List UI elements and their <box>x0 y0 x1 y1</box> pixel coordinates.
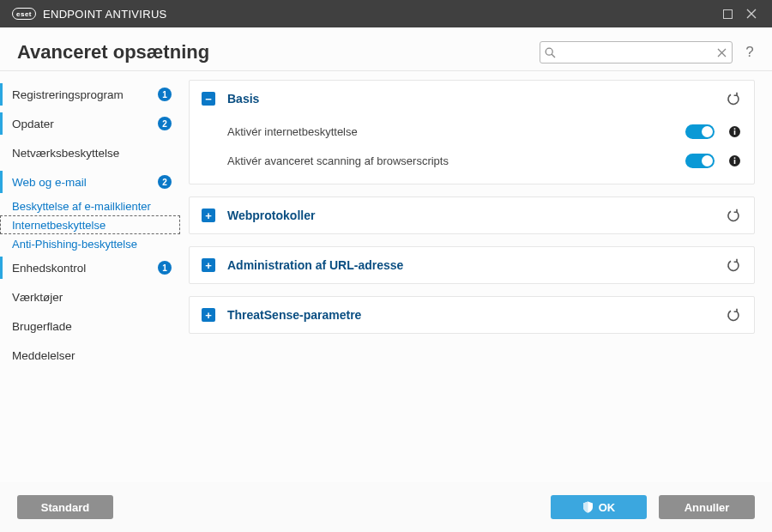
search-input[interactable] <box>559 42 711 63</box>
sidebar-item-label: Registreringsprogram <box>12 88 153 101</box>
svg-point-1 <box>546 48 552 55</box>
sidebar: Registreringsprogram 1 Opdater 2 Netværk… <box>0 71 180 472</box>
section-title: Basis <box>227 92 725 106</box>
sidebar-item-opdater[interactable]: Opdater 2 <box>0 109 180 138</box>
section-header-webprotokoller[interactable]: + Webprotokoller <box>190 197 754 233</box>
info-icon[interactable] <box>727 124 742 139</box>
sidebar-item-netvaerksbeskyttelse[interactable]: Netværksbeskyttelse <box>0 138 180 167</box>
toggle-internetbeskyttelse[interactable] <box>685 124 715 139</box>
sidebar-item-label: Værktøjer <box>12 291 172 304</box>
section-header-url-adresse[interactable]: + Administration af URL-adresse <box>190 247 754 283</box>
toggle-browserscripts[interactable] <box>685 154 715 168</box>
sidebar-item-vaerktoejer[interactable]: Værktøjer <box>0 282 180 311</box>
default-button[interactable]: Standard <box>17 495 113 519</box>
search-icon <box>540 47 559 58</box>
sidebar-item-enhedskontrol[interactable]: Enhedskontrol 1 <box>0 253 180 282</box>
collapse-icon: − <box>202 92 215 106</box>
sidebar-item-label: Internetbeskyttelse <box>12 219 172 232</box>
svg-rect-4 <box>733 128 735 130</box>
sidebar-item-beskyttelse-emailklienter[interactable]: Beskyttelse af e-mailklienter <box>0 196 180 215</box>
reset-icon[interactable] <box>725 306 742 323</box>
ok-button-label: OK <box>599 501 616 514</box>
sidebar-item-label: Netværksbeskyttelse <box>12 147 172 160</box>
expand-icon: + <box>202 308 215 322</box>
titlebar: eset ENDPOINT ANTIVIRUS <box>0 0 772 27</box>
product-name: ENDPOINT ANTIVIRUS <box>43 8 167 21</box>
sidebar-item-badge: 1 <box>158 261 172 275</box>
svg-rect-0 <box>723 9 732 18</box>
sidebar-item-badge: 2 <box>158 117 172 130</box>
window-close-button[interactable] <box>739 0 763 27</box>
page-title: Avanceret opsætning <box>17 41 209 63</box>
sidebar-item-internetbeskyttelse[interactable]: Internetbeskyttelse <box>0 215 180 234</box>
reset-icon[interactable] <box>725 207 742 224</box>
sidebar-item-badge: 2 <box>158 175 172 189</box>
sidebar-item-anti-phishing[interactable]: Anti-Phishing-beskyttelse <box>0 234 180 253</box>
section-header-basis[interactable]: − Basis <box>190 81 754 117</box>
reset-icon[interactable] <box>725 257 742 274</box>
sidebar-item-label: Opdater <box>12 118 153 130</box>
setting-row-browserscripts: Aktivér avanceret scanning af browserscr… <box>227 146 742 175</box>
sidebar-item-badge: 1 <box>158 88 172 101</box>
setting-label: Aktivér avanceret scanning af browserscr… <box>227 154 685 167</box>
section-title: Webprotokoller <box>227 209 725 222</box>
search-field[interactable] <box>540 41 733 63</box>
setting-row-internetbeskyttelse: Aktivér internetbeskyttelse <box>227 117 742 146</box>
shield-icon <box>582 501 594 513</box>
search-clear-icon[interactable] <box>711 48 732 57</box>
svg-rect-3 <box>733 130 735 135</box>
help-button[interactable]: ? <box>739 42 760 63</box>
sidebar-item-label: Meddelelser <box>12 349 172 362</box>
sidebar-item-registreringsprogram[interactable]: Registreringsprogram 1 <box>0 80 180 109</box>
expand-icon: + <box>202 258 215 272</box>
section-basis: − Basis Aktivér internetbeskyttelse Akti… <box>189 80 755 184</box>
ok-button[interactable]: OK <box>551 495 647 519</box>
section-header-threatsense[interactable]: + ThreatSense-parametre <box>190 297 754 333</box>
svg-rect-6 <box>733 160 735 164</box>
window-maximize-button[interactable] <box>715 0 739 27</box>
section-webprotokoller: + Webprotokoller <box>189 196 755 234</box>
setting-label: Aktivér internetbeskyttelse <box>227 125 685 138</box>
section-title: Administration af URL-adresse <box>227 258 725 272</box>
footer: Standard OK Annuller <box>0 482 772 532</box>
sidebar-item-label: Anti-Phishing-beskyttelse <box>12 238 172 251</box>
section-threatsense: + ThreatSense-parametre <box>189 296 755 334</box>
info-icon[interactable] <box>727 153 742 168</box>
reset-icon[interactable] <box>725 90 742 107</box>
sidebar-item-brugerflade[interactable]: Brugerflade <box>0 311 180 341</box>
sidebar-item-label: Beskyttelse af e-mailklienter <box>12 200 172 213</box>
sidebar-item-label: Brugerflade <box>12 320 172 333</box>
section-title: ThreatSense-parametre <box>227 308 725 322</box>
svg-rect-7 <box>733 157 735 159</box>
sidebar-item-web-og-email[interactable]: Web og e-mail 2 <box>0 167 180 196</box>
sidebar-item-label: Enhedskontrol <box>12 262 153 275</box>
section-url-adresse: + Administration af URL-adresse <box>189 246 755 284</box>
expand-icon: + <box>202 209 215 222</box>
content-area: − Basis Aktivér internetbeskyttelse Akti… <box>180 71 772 472</box>
page-header: Avanceret opsætning ? <box>0 27 772 71</box>
cancel-button[interactable]: Annuller <box>659 495 755 519</box>
sidebar-item-meddelelser[interactable]: Meddelelser <box>0 341 180 370</box>
sidebar-item-label: Web og e-mail <box>12 176 153 189</box>
brand-logo: eset <box>12 8 36 20</box>
